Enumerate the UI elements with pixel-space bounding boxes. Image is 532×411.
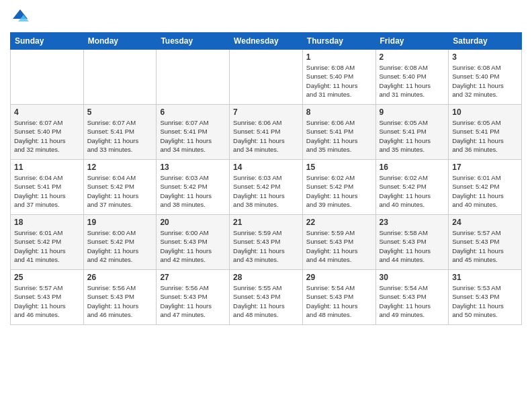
calendar-cell: 2Sunrise: 6:08 AM Sunset: 5:40 PM Daylig… — [375, 50, 449, 105]
day-info-text: Sunrise: 5:56 AM Sunset: 5:43 PM Dayligh… — [87, 283, 153, 319]
day-number: 31 — [452, 273, 518, 282]
day-info-text: Sunrise: 5:54 AM Sunset: 5:43 PM Dayligh… — [306, 283, 372, 319]
day-number: 8 — [306, 107, 372, 117]
day-info-text: Sunrise: 6:08 AM Sunset: 5:40 PM Dayligh… — [452, 63, 518, 99]
calendar-cell: 9Sunrise: 6:05 AM Sunset: 5:41 PM Daylig… — [375, 105, 449, 160]
calendar-cell: 15Sunrise: 6:02 AM Sunset: 5:42 PM Dayli… — [302, 160, 375, 215]
day-of-week-header: Sunday — [11, 33, 84, 50]
calendar-cell — [230, 50, 303, 105]
calendar-cell: 25Sunrise: 5:57 AM Sunset: 5:43 PM Dayli… — [11, 270, 84, 325]
day-info-text: Sunrise: 5:55 AM Sunset: 5:43 PM Dayligh… — [233, 283, 299, 319]
calendar-cell — [157, 50, 230, 105]
day-number: 28 — [233, 273, 299, 282]
calendar-table: SundayMondayTuesdayWednesdayThursdayFrid… — [10, 32, 522, 325]
day-info-text: Sunrise: 5:57 AM Sunset: 5:43 PM Dayligh… — [452, 228, 518, 264]
calendar-cell: 17Sunrise: 6:01 AM Sunset: 5:42 PM Dayli… — [449, 160, 522, 215]
day-number: 1 — [306, 52, 372, 62]
calendar-cell: 31Sunrise: 5:53 AM Sunset: 5:43 PM Dayli… — [449, 270, 522, 325]
calendar-cell: 3Sunrise: 6:08 AM Sunset: 5:40 PM Daylig… — [449, 50, 522, 105]
day-number: 20 — [160, 218, 226, 227]
day-info-text: Sunrise: 5:54 AM Sunset: 5:43 PM Dayligh… — [380, 283, 445, 319]
calendar-cell: 1Sunrise: 6:08 AM Sunset: 5:40 PM Daylig… — [302, 50, 375, 105]
day-number: 19 — [87, 218, 153, 227]
day-number: 17 — [452, 163, 518, 172]
day-info-text: Sunrise: 6:04 AM Sunset: 5:42 PM Dayligh… — [87, 173, 153, 209]
calendar-week-row: 4Sunrise: 6:07 AM Sunset: 5:40 PM Daylig… — [11, 105, 522, 160]
day-number: 29 — [306, 273, 372, 282]
day-info-text: Sunrise: 5:53 AM Sunset: 5:43 PM Dayligh… — [452, 283, 518, 319]
calendar-cell: 21Sunrise: 5:59 AM Sunset: 5:43 PM Dayli… — [230, 215, 303, 270]
calendar-cell: 6Sunrise: 6:07 AM Sunset: 5:41 PM Daylig… — [157, 105, 230, 160]
day-info-text: Sunrise: 5:59 AM Sunset: 5:43 PM Dayligh… — [233, 228, 299, 264]
day-number: 24 — [452, 218, 518, 227]
calendar-cell: 19Sunrise: 6:00 AM Sunset: 5:42 PM Dayli… — [83, 215, 157, 270]
calendar-cell: 22Sunrise: 5:59 AM Sunset: 5:43 PM Dayli… — [302, 215, 375, 270]
day-number: 13 — [160, 163, 226, 172]
day-info-text: Sunrise: 6:02 AM Sunset: 5:42 PM Dayligh… — [380, 173, 445, 209]
logo — [10, 7, 33, 27]
day-info-text: Sunrise: 6:05 AM Sunset: 5:41 PM Dayligh… — [452, 118, 518, 154]
day-info-text: Sunrise: 6:05 AM Sunset: 5:41 PM Dayligh… — [380, 118, 445, 154]
day-number: 5 — [87, 107, 153, 117]
day-info-text: Sunrise: 6:06 AM Sunset: 5:41 PM Dayligh… — [306, 118, 372, 154]
calendar-cell: 23Sunrise: 5:58 AM Sunset: 5:43 PM Dayli… — [375, 215, 449, 270]
day-info-text: Sunrise: 6:07 AM Sunset: 5:41 PM Dayligh… — [87, 118, 153, 154]
day-number: 9 — [380, 107, 445, 117]
calendar-cell: 16Sunrise: 6:02 AM Sunset: 5:42 PM Dayli… — [375, 160, 449, 215]
day-number: 3 — [452, 52, 518, 62]
calendar-cell — [83, 50, 157, 105]
day-info-text: Sunrise: 6:07 AM Sunset: 5:41 PM Dayligh… — [160, 118, 226, 154]
day-of-week-header: Monday — [83, 33, 157, 50]
calendar-cell: 13Sunrise: 6:03 AM Sunset: 5:42 PM Dayli… — [157, 160, 230, 215]
day-info-text: Sunrise: 5:57 AM Sunset: 5:43 PM Dayligh… — [14, 283, 80, 319]
calendar-cell: 29Sunrise: 5:54 AM Sunset: 5:43 PM Dayli… — [302, 270, 375, 325]
calendar-cell: 5Sunrise: 6:07 AM Sunset: 5:41 PM Daylig… — [83, 105, 157, 160]
day-info-text: Sunrise: 6:03 AM Sunset: 5:42 PM Dayligh… — [233, 173, 299, 209]
day-info-text: Sunrise: 6:06 AM Sunset: 5:41 PM Dayligh… — [233, 118, 299, 154]
day-of-week-header: Friday — [375, 33, 449, 50]
day-info-text: Sunrise: 6:01 AM Sunset: 5:42 PM Dayligh… — [452, 173, 518, 209]
day-number: 30 — [380, 273, 445, 282]
day-number: 27 — [160, 273, 226, 282]
calendar-week-row: 11Sunrise: 6:04 AM Sunset: 5:41 PM Dayli… — [11, 160, 522, 215]
day-number: 12 — [87, 163, 153, 172]
calendar-cell: 7Sunrise: 6:06 AM Sunset: 5:41 PM Daylig… — [230, 105, 303, 160]
calendar-cell: 24Sunrise: 5:57 AM Sunset: 5:43 PM Dayli… — [449, 215, 522, 270]
calendar-cell: 26Sunrise: 5:56 AM Sunset: 5:43 PM Dayli… — [83, 270, 157, 325]
calendar-cell: 20Sunrise: 6:00 AM Sunset: 5:43 PM Dayli… — [157, 215, 230, 270]
day-info-text: Sunrise: 6:08 AM Sunset: 5:40 PM Dayligh… — [306, 63, 372, 99]
day-info-text: Sunrise: 6:00 AM Sunset: 5:42 PM Dayligh… — [87, 228, 153, 264]
calendar-cell: 8Sunrise: 6:06 AM Sunset: 5:41 PM Daylig… — [302, 105, 375, 160]
day-number: 6 — [160, 107, 226, 117]
day-number: 18 — [14, 218, 80, 227]
day-number: 21 — [233, 218, 299, 227]
calendar-week-row: 1Sunrise: 6:08 AM Sunset: 5:40 PM Daylig… — [11, 50, 522, 105]
calendar-cell: 30Sunrise: 5:54 AM Sunset: 5:43 PM Dayli… — [375, 270, 449, 325]
day-of-week-header: Wednesday — [230, 33, 303, 50]
calendar-week-row: 25Sunrise: 5:57 AM Sunset: 5:43 PM Dayli… — [11, 270, 522, 325]
calendar-cell — [11, 50, 84, 105]
day-of-week-header: Saturday — [449, 33, 522, 50]
day-number: 23 — [380, 218, 445, 227]
day-info-text: Sunrise: 5:58 AM Sunset: 5:43 PM Dayligh… — [380, 228, 445, 264]
logo-icon — [10, 7, 30, 27]
day-number: 16 — [380, 163, 445, 172]
calendar-cell: 11Sunrise: 6:04 AM Sunset: 5:41 PM Dayli… — [11, 160, 84, 215]
day-number: 10 — [452, 107, 518, 117]
calendar-cell: 4Sunrise: 6:07 AM Sunset: 5:40 PM Daylig… — [11, 105, 84, 160]
day-of-week-header: Thursday — [302, 33, 375, 50]
day-info-text: Sunrise: 5:59 AM Sunset: 5:43 PM Dayligh… — [306, 228, 372, 264]
day-info-text: Sunrise: 6:01 AM Sunset: 5:42 PM Dayligh… — [14, 228, 80, 264]
day-info-text: Sunrise: 6:08 AM Sunset: 5:40 PM Dayligh… — [380, 63, 445, 99]
day-number: 11 — [14, 163, 80, 172]
day-number: 7 — [233, 107, 299, 117]
calendar-cell: 28Sunrise: 5:55 AM Sunset: 5:43 PM Dayli… — [230, 270, 303, 325]
calendar-cell: 10Sunrise: 6:05 AM Sunset: 5:41 PM Dayli… — [449, 105, 522, 160]
day-number: 26 — [87, 273, 153, 282]
calendar-cell: 18Sunrise: 6:01 AM Sunset: 5:42 PM Dayli… — [11, 215, 84, 270]
day-number: 15 — [306, 163, 372, 172]
day-of-week-header: Tuesday — [157, 33, 230, 50]
day-info-text: Sunrise: 5:56 AM Sunset: 5:43 PM Dayligh… — [160, 283, 226, 319]
page-header — [10, 7, 522, 27]
day-info-text: Sunrise: 6:04 AM Sunset: 5:41 PM Dayligh… — [14, 173, 80, 209]
